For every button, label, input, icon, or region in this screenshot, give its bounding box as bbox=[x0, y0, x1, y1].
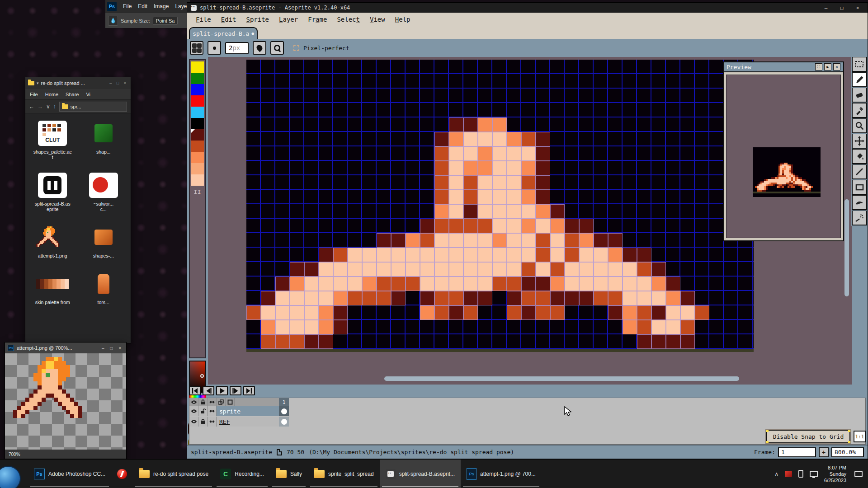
tray-chevron-icon[interactable]: ∧ bbox=[774, 471, 778, 477]
menu-frame[interactable]: Frame bbox=[304, 15, 331, 24]
palette-resize-handle[interactable]: II bbox=[190, 189, 205, 195]
eyedropper-tool-icon[interactable]: 💧 bbox=[108, 16, 118, 26]
continuous-icon[interactable] bbox=[208, 398, 217, 406]
cel-sprite-frame1[interactable] bbox=[279, 406, 289, 416]
taskbar-button[interactable]: sprite_split_spread bbox=[308, 460, 380, 488]
file-item[interactable]: shapes-... bbox=[79, 224, 128, 258]
brush-type-button[interactable] bbox=[190, 41, 203, 55]
file-item[interactable]: tors... bbox=[79, 270, 128, 305]
start-button[interactable] bbox=[0, 466, 21, 488]
palette-swatch[interactable] bbox=[191, 118, 204, 129]
menu-view[interactable]: View bbox=[366, 15, 389, 24]
sprite-canvas[interactable] bbox=[246, 60, 754, 352]
explorer-window-buttons[interactable]: – □ × bbox=[109, 81, 128, 85]
cel-options-icon[interactable] bbox=[226, 398, 235, 406]
line-tool-button[interactable] bbox=[852, 164, 867, 179]
menu-help[interactable]: Help bbox=[391, 15, 415, 24]
preview-center-button[interactable]: ⛶ bbox=[815, 63, 822, 70]
move-tool-button[interactable] bbox=[852, 134, 867, 149]
taskbar-button[interactable]: split-spread-B.aseprit... bbox=[380, 460, 461, 488]
explorer-menu-item[interactable]: Vi bbox=[86, 92, 90, 97]
document-tab[interactable]: split-spread-B.a ● bbox=[189, 27, 258, 39]
palette-swatch[interactable] bbox=[191, 174, 204, 186]
layer-name[interactable]: sprite bbox=[217, 408, 289, 415]
explorer-menu-item[interactable]: Home bbox=[45, 92, 58, 97]
ratio-1-1-button[interactable]: 1:1 bbox=[854, 431, 866, 442]
frame-number-header[interactable]: 1 bbox=[279, 398, 289, 406]
layer-row-ref[interactable]: REF bbox=[189, 417, 289, 427]
menu-file[interactable]: File bbox=[192, 15, 215, 24]
viewer-titlebar[interactable]: Ps attempt-1.png @ 700%... – □ × bbox=[5, 343, 126, 353]
menu-edit[interactable]: Edit bbox=[217, 15, 241, 24]
palette-swatch[interactable] bbox=[191, 129, 204, 141]
marquee-tool-button[interactable] bbox=[852, 57, 867, 72]
palette-swatch[interactable] bbox=[191, 84, 204, 95]
canvas-vertical-scrollbar[interactable] bbox=[844, 199, 849, 296]
continuous-icon[interactable] bbox=[208, 417, 217, 427]
palette-swatch[interactable] bbox=[191, 141, 204, 152]
viewer-canvas[interactable] bbox=[5, 353, 126, 450]
palette-swatch[interactable] bbox=[191, 73, 204, 84]
eye-icon[interactable] bbox=[189, 406, 198, 416]
taskbar-button[interactable]: CRecording... bbox=[214, 460, 270, 488]
spray-tool-button[interactable] bbox=[852, 211, 867, 225]
explorer-titlebar[interactable]: ▾ re-do split spread ... – □ × bbox=[25, 77, 131, 89]
zoom-level-input[interactable]: 800.0% bbox=[831, 447, 864, 457]
eye-icon[interactable] bbox=[189, 398, 198, 406]
cel-ref-frame1[interactable] bbox=[279, 417, 289, 427]
ps-menu-item[interactable]: Laye bbox=[175, 3, 187, 9]
unlock-icon[interactable] bbox=[198, 406, 208, 416]
layer-name[interactable]: REF bbox=[217, 418, 289, 425]
continuous-icon[interactable] bbox=[208, 406, 217, 416]
menu-sprite[interactable]: Sprite bbox=[242, 15, 273, 24]
taskbar-button[interactable]: PsAdobe Photoshop CC... bbox=[28, 460, 111, 488]
onion-skin-icon[interactable] bbox=[217, 398, 226, 406]
palette-swatch[interactable] bbox=[191, 152, 204, 163]
dynamics-button[interactable] bbox=[270, 41, 284, 55]
sample-size-dropdown[interactable]: Point Sa bbox=[153, 17, 178, 25]
preview-close-button[interactable]: × bbox=[833, 63, 840, 70]
aseprite-titlebar[interactable]: split-spread-B.aseprite - Aseprite v1.2.… bbox=[187, 3, 868, 13]
file-item[interactable]: split-spread-B.aseprite bbox=[28, 172, 77, 212]
palette-swatch[interactable] bbox=[191, 163, 204, 174]
ps-menu-item[interactable]: Image bbox=[154, 3, 169, 9]
contour-tool-button[interactable] bbox=[852, 195, 867, 210]
layer-row-sprite[interactable]: sprite bbox=[189, 406, 289, 416]
viewer-window-buttons[interactable]: – □ × bbox=[102, 346, 123, 351]
ps-menu-item[interactable]: File bbox=[123, 3, 132, 9]
taskbar-button[interactable]: Psattempt-1.png @ 700... bbox=[461, 460, 542, 488]
preview-titlebar[interactable]: Preview ⛶ ▶ × bbox=[724, 62, 843, 72]
last-frame-button[interactable] bbox=[243, 386, 255, 395]
file-item[interactable]: attempt-1.png bbox=[28, 224, 77, 258]
lock-icon[interactable] bbox=[198, 417, 208, 427]
up-icon[interactable]: ↑ bbox=[53, 103, 56, 110]
disable-snap-to-grid-button[interactable]: Disable Snap to Grid bbox=[766, 430, 850, 443]
palette-swatch[interactable] bbox=[191, 61, 204, 73]
ps-menu-item[interactable]: Edit bbox=[138, 3, 147, 9]
breadcrumb[interactable]: spr... bbox=[59, 102, 127, 112]
brush-shape-button[interactable] bbox=[208, 41, 221, 55]
forward-icon[interactable]: → bbox=[38, 103, 43, 110]
pixel-perfect-checkbox[interactable] bbox=[293, 45, 299, 51]
lock-icon[interactable] bbox=[198, 398, 208, 406]
rectangle-tool-button[interactable] bbox=[852, 180, 867, 195]
preview-play-button[interactable]: ▶ bbox=[824, 63, 831, 70]
taskbar-button[interactable]: Sally bbox=[270, 460, 308, 488]
taskbar-clock[interactable]: 8:07 PM Sunday 6/25/2023 bbox=[824, 465, 846, 483]
taskbar-button[interactable] bbox=[111, 460, 133, 488]
eyedropper-tool-button[interactable] bbox=[852, 103, 867, 118]
zoom-tool-button[interactable] bbox=[852, 118, 867, 133]
file-item[interactable]: shap... bbox=[79, 120, 128, 160]
maximize-button[interactable]: □ bbox=[835, 5, 848, 11]
play-frame-button[interactable] bbox=[216, 386, 228, 395]
next-frame-button[interactable] bbox=[230, 386, 241, 395]
taskbar-button[interactable]: re-do split spread pose bbox=[133, 460, 214, 488]
chevron-down-icon[interactable]: ∨ bbox=[46, 103, 50, 110]
palette-swatch[interactable] bbox=[191, 107, 204, 118]
file-item[interactable]: CLUTshapes_palette.act bbox=[28, 120, 77, 160]
minimize-button[interactable]: – bbox=[820, 5, 832, 11]
file-item[interactable]: ~salwor...c... bbox=[79, 172, 128, 212]
menu-layer[interactable]: Layer bbox=[275, 15, 302, 24]
ink-type-button[interactable] bbox=[253, 41, 266, 55]
pencil-tool-button[interactable] bbox=[852, 72, 867, 87]
